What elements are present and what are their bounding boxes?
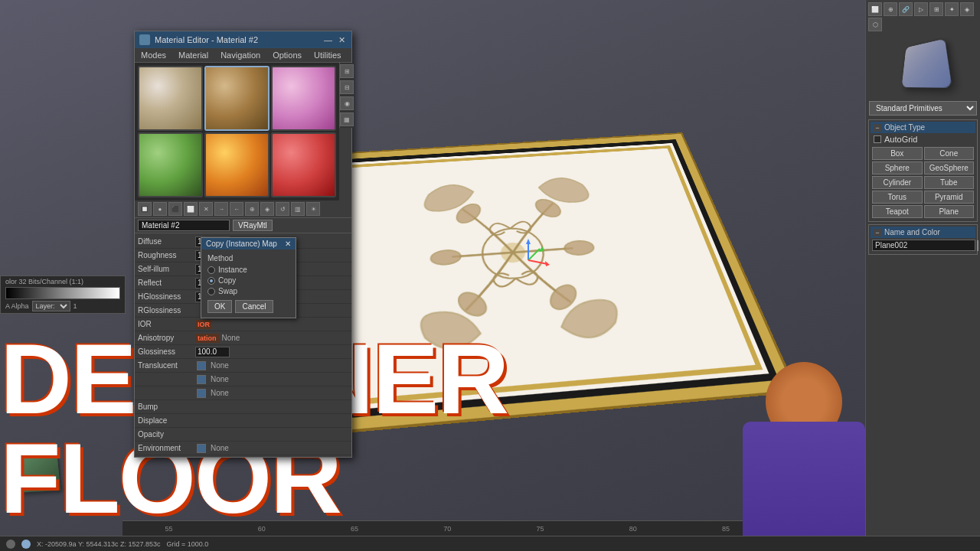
r-icon-6[interactable]: ✦ [945,2,959,16]
object-type-collapse[interactable]: − [874,124,881,132]
radio-instance[interactable]: Instance [207,266,289,274]
copy-dialog-title-text: Copy (Instance) Map [206,240,277,248]
r-icon-7[interactable]: ◈ [960,2,974,16]
ctrl-icon-assign[interactable]: → [214,202,228,216]
obj-btn-box[interactable]: Box [872,147,923,160]
name-color-collapse[interactable]: − [874,229,881,236]
radio-copy[interactable]: Copy [207,276,289,285]
copy-dialog-body: Method Instance Copy Swap OK Cancel [201,249,296,318]
menu-modes[interactable]: Modes [135,48,172,62]
side-icon-4[interactable]: ▦ [340,112,354,126]
prop-anisotropy: Anisotropy tation None [135,331,351,345]
obj-btn-pyramid[interactable]: Pyramid [924,191,975,204]
menu-utilities[interactable]: Utilities [308,48,347,62]
timeline-mark-75: 75 [537,525,544,533]
ctrl-icon-x[interactable]: ✕ [199,202,213,216]
svg-marker-13 [545,261,550,266]
mat-sphere-6[interactable] [271,132,336,197]
prop-row-1: None [135,373,351,386]
r-icon-2[interactable]: ⊕ [884,2,897,16]
r-icon-5[interactable]: ⊞ [929,2,943,16]
ctrl-icon-copy[interactable]: ⊕ [245,202,259,216]
copy-cancel-button[interactable]: Cancel [235,300,273,313]
mat-sphere-2[interactable] [204,66,270,131]
status-lock-icon [6,540,15,549]
object-color-swatch[interactable] [977,240,978,251]
status-bar: X: -20509.9a Y: 5544.313c Z: 1527.853c G… [0,536,980,551]
glossiness2-value[interactable] [195,347,230,357]
prop-opacity: Opacity [135,428,351,442]
material-type-button[interactable]: VRayMtl [233,220,273,231]
obj-btn-cone[interactable]: Cone [924,147,975,160]
color-gradient-bar[interactable] [5,287,120,299]
standard-primitives-dropdown[interactable]: Standard Primitives [869,101,977,116]
ctrl-icon-picker[interactable]: 🔲 [138,202,152,216]
copy-instance-dialog: Copy (Instance) Map ✕ Method Instance Co… [201,237,296,318]
ctrl-icon-reset[interactable]: ↺ [276,202,289,216]
obj-btn-cylinder[interactable]: Cylinder [872,176,923,189]
material-editor-title: Material Editor - Material #2 [155,35,258,44]
mat-sphere-4[interactable] [138,132,203,197]
radio-swap-btn[interactable] [207,288,215,295]
sphere-side-toolbar: ⊞ ⊟ ◉ ▦ [339,63,354,128]
prop-glossiness2: Glossiness [135,345,351,359]
mat-sphere-1[interactable] [138,66,203,131]
person-image [727,352,880,551]
environment-check[interactable] [197,444,206,453]
ctrl-icon-cylinder[interactable]: ⬜ [184,202,198,216]
minimize-button[interactable]: — [322,35,334,45]
prop-environment: Environment None [135,442,351,455]
menu-navigation[interactable]: Navigation [214,48,266,62]
svg-point-6 [431,249,461,266]
row2-check[interactable] [197,389,206,398]
ctrl-icon-sphere[interactable]: ● [153,202,167,216]
side-icon-1[interactable]: ⊞ [340,64,354,78]
object-name-input[interactable] [872,240,975,251]
ctrl-icon-backlight[interactable]: ☀ [306,202,320,216]
menu-options[interactable]: Options [266,48,308,62]
copy-dialog-titlebar: Copy (Instance) Map ✕ [201,238,296,249]
object-type-title: Object Type [884,123,925,132]
scene-object-cube [18,451,60,492]
radio-copy-btn[interactable] [207,277,215,285]
r-icon-8[interactable]: ⬡ [868,18,882,31]
ctrl-icon-background[interactable]: ▥ [291,202,305,216]
translucent-check[interactable] [197,361,206,370]
preview-cube-shape [901,39,952,88]
svg-line-10 [528,249,540,260]
row1-check[interactable] [197,375,206,384]
r-icon-4[interactable]: ▷ [914,2,928,16]
transform-gizmo[interactable] [505,237,551,283]
side-icon-3[interactable]: ◉ [340,96,354,110]
r-icon-3[interactable]: 🔗 [899,2,913,16]
radio-swap[interactable]: Swap [207,287,289,295]
obj-btn-geosphere[interactable]: GeoSphere [924,161,975,174]
name-color-header: − Name and Color [871,227,975,238]
close-button[interactable]: ✕ [337,35,347,45]
material-name-input[interactable] [138,220,230,231]
ctrl-icon-cube[interactable]: ⬛ [168,202,182,216]
3d-object-preview [897,40,950,93]
side-icon-2[interactable]: ⊟ [340,80,354,94]
layer-select[interactable]: Layer: [32,301,70,311]
prop-ior: IOR IOR [135,318,351,331]
r-icon-1[interactable]: ⬜ [868,2,882,16]
obj-btn-plane[interactable]: Plane [924,205,975,218]
copy-ok-button[interactable]: OK [207,300,232,313]
material-menu-bar: Modes Material Navigation Options Utilit… [135,48,351,63]
autogrid-checkbox[interactable] [874,135,881,143]
material-editor-icon [139,34,150,45]
obj-btn-tube[interactable]: Tube [924,176,975,189]
mat-sphere-3[interactable] [271,66,336,131]
menu-material[interactable]: Material [172,48,214,62]
object-type-section: − Object Type AutoGrid Box Cone Sphere G… [868,119,978,222]
ctrl-icon-make-unique[interactable]: ◈ [260,202,274,216]
status-grid: Grid = 1000.0 [166,540,208,548]
ctrl-icon-get[interactable]: ← [230,202,243,216]
mat-sphere-5[interactable] [204,132,270,197]
radio-instance-btn[interactable] [207,266,215,274]
obj-btn-teapot[interactable]: Teapot [872,205,923,218]
obj-btn-sphere[interactable]: Sphere [872,161,923,174]
copy-dialog-close[interactable]: ✕ [285,240,291,248]
obj-btn-torus[interactable]: Torus [872,191,923,204]
